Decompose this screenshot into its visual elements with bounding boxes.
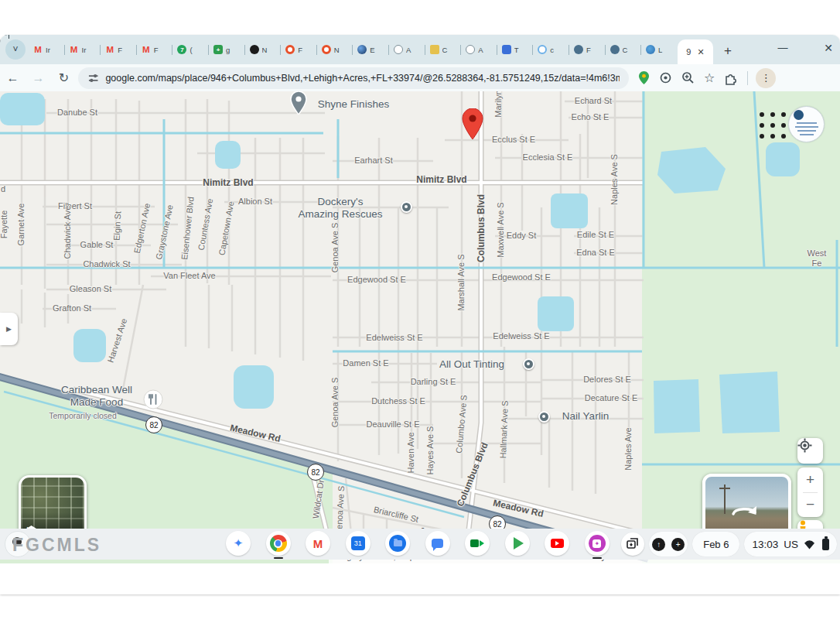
zoom-in-button[interactable]: + [806, 468, 814, 492]
realtor-badge-watermark [788, 106, 825, 142]
tab-active-google-maps[interactable]: 9 ✕ [678, 39, 713, 64]
screen-capture-button[interactable] [621, 532, 644, 556]
street-label: Ecclesia St E [523, 152, 573, 163]
close-tab-icon[interactable]: ✕ [697, 47, 704, 57]
zoom-control: + − [797, 467, 823, 517]
earth-favicon-icon [646, 45, 655, 54]
street-label: Edile St E [577, 230, 614, 240]
tab-14[interactable]: T [497, 35, 534, 64]
dot-pin[interactable] [523, 358, 534, 370]
oring-favicon-icon [285, 45, 295, 54]
street-label: Fayette [0, 211, 10, 239]
tab-title: A [478, 46, 486, 54]
shelf-app-gmail[interactable]: M [306, 531, 330, 556]
street-label: Ecclus St E [492, 135, 535, 145]
street-label: Nimitz Blvd [416, 174, 466, 185]
tab-3[interactable]: MF [101, 35, 137, 64]
tab-17[interactable]: C [606, 35, 642, 64]
zoom-out-button[interactable]: − [806, 493, 814, 517]
tab-4[interactable]: MF [137, 35, 173, 64]
tab-10[interactable]: E [353, 35, 389, 64]
assistant-spark-icon: ✦ [234, 536, 244, 550]
shelf-app-chat[interactable] [425, 531, 450, 556]
street-label: Chadwick Ave [63, 206, 73, 259]
street-label: Delores St E [583, 375, 631, 385]
shelf-app-youtube[interactable] [545, 531, 569, 556]
my-location-button[interactable] [797, 438, 823, 464]
tab-18[interactable]: L [641, 35, 677, 64]
tab-15[interactable]: c [533, 35, 569, 64]
forward-button[interactable]: → [26, 71, 51, 85]
tab-11[interactable]: A [389, 35, 425, 64]
tab-13[interactable]: A [461, 35, 497, 64]
street-label: Haven Ave [406, 432, 416, 473]
shelf-app-meet[interactable] [465, 531, 490, 556]
tab-5[interactable]: 7( [172, 35, 209, 64]
location-icon[interactable] [659, 71, 672, 84]
tab-8[interactable]: F [281, 35, 317, 64]
tab-6[interactable]: +g [209, 35, 245, 64]
dot-pin[interactable] [538, 411, 550, 423]
poi-label: Temporarily closed [49, 411, 117, 421]
dot-pin[interactable] [401, 201, 412, 213]
shelf-app-assistant[interactable]: ✦ [226, 531, 251, 556]
tab-title: N [334, 46, 342, 54]
bluekey-favicon-icon [502, 45, 511, 54]
gmail-favicon-icon: M [70, 45, 79, 54]
maps-pin-icon[interactable] [638, 71, 650, 84]
shelf-app-chrome[interactable] [266, 531, 291, 556]
extensions-icon[interactable] [724, 71, 738, 85]
street-label: Chadwick St [83, 259, 130, 269]
tab-1[interactable]: MIr [29, 35, 65, 64]
tab-search-button[interactable]: ˅ [5, 39, 26, 60]
url-text[interactable]: google.com/maps/place/946+Columbus+Blvd,… [105, 73, 620, 84]
tab-16[interactable]: F [569, 35, 606, 64]
street-label: Edgewood St E [347, 275, 406, 285]
tab-12[interactable]: C [425, 35, 462, 64]
browser-menu-button[interactable]: ⋮ [756, 68, 776, 88]
shelf-app-purple-app[interactable]: ✦ [585, 531, 610, 556]
shelf-app-play[interactable] [505, 531, 530, 556]
street-label: Decature St E [585, 393, 637, 403]
status-area: ↑+ Feb 6 13:03 US [621, 531, 837, 557]
shelf-app-calendar[interactable]: 31 [346, 531, 370, 556]
tab-title: E [370, 46, 377, 54]
screen: ˅ MIrMIrMFMF7(+gNFNEACATcFCL 9 ✕ + — ✕ ←… [0, 0, 840, 630]
tabs-container: MIrMIrMFMF7(+gNFNEACATcFCL [29, 35, 677, 64]
side-panel-expand-button[interactable]: ▶ [0, 313, 18, 345]
shelf-app-files[interactable] [385, 531, 410, 556]
window-close-button[interactable]: ✕ [820, 42, 837, 54]
tab-9[interactable]: N [317, 35, 353, 64]
system-tray[interactable]: 13:03 US [744, 532, 837, 556]
window-minimize-button[interactable]: — [774, 42, 791, 53]
new-tab-button[interactable]: + [718, 41, 738, 61]
street-label: Eddy St [507, 231, 537, 241]
play-store-icon [514, 537, 524, 550]
street-label: Genoa Ave S [330, 223, 340, 273]
date-pill[interactable]: Feb 6 [692, 532, 739, 556]
arrow-up-circle-button[interactable]: ↑ [652, 538, 665, 551]
bookmark-star-icon[interactable]: ☆ [704, 70, 715, 85]
poi-pin-icon [290, 91, 307, 115]
smile-favicon-icon [538, 45, 547, 54]
reload-button[interactable]: ↻ [51, 70, 77, 85]
chevron-right-icon: ▶ [6, 325, 12, 333]
purple-app-icon: ✦ [589, 535, 606, 552]
gplus-favicon-icon: + [213, 45, 223, 54]
add-circle-button[interactable]: + [671, 538, 685, 551]
back-button[interactable]: ← [0, 71, 26, 85]
zoom-search-icon[interactable] [681, 71, 695, 84]
street-label: Damen St E [343, 358, 388, 368]
rotate-arrow-icon [727, 503, 761, 523]
globed-favicon-icon [610, 45, 620, 54]
tune-icon[interactable] [87, 72, 99, 84]
street-label: Gable St [80, 240, 114, 250]
tab-2[interactable]: MIr [65, 35, 101, 64]
quick-buttons-pill[interactable]: ↑+ [649, 532, 688, 556]
map-canvas[interactable]: Danube StdNimitz BlvdNimitz BlvdFilbert … [0, 91, 840, 563]
address-bar[interactable]: google.com/maps/place/946+Columbus+Blvd,… [78, 67, 629, 89]
street-label: Echard St [575, 96, 612, 106]
globed-favicon-icon [574, 45, 583, 54]
street-label: Marshall Ave S [456, 254, 466, 310]
tab-7[interactable]: N [245, 35, 282, 64]
